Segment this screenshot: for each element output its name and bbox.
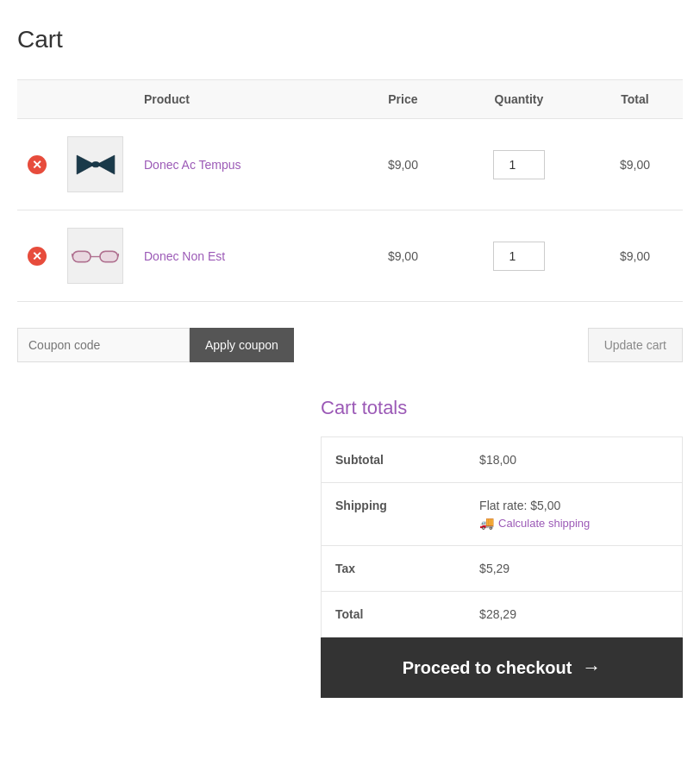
col-total-header: Total	[587, 80, 683, 119]
checkout-button[interactable]: Proceed to checkout →	[321, 637, 683, 698]
subtotal-row: Subtotal $18,00	[322, 437, 683, 483]
cart-table-header: Product Price Quantity Total	[17, 80, 683, 119]
col-price-header: Price	[355, 80, 451, 119]
product-total-cell: $9,00	[587, 210, 683, 302]
col-thumb-header	[57, 80, 134, 119]
product-total-cell: $9,00	[587, 119, 683, 210]
table-row: ✕ Donec Ac Tempus$9,00$9,00	[17, 119, 683, 210]
tax-label: Tax	[322, 546, 466, 592]
product-name-link[interactable]: Donec Ac Tempus	[144, 158, 241, 172]
checkout-label: Proceed to checkout	[403, 658, 572, 678]
truck-icon: 🚚	[479, 516, 494, 530]
cart-totals-section: Cart totals Subtotal $18,00 Shipping Fla…	[17, 397, 683, 698]
product-price-cell: $9,00	[355, 119, 451, 210]
coupon-row: Apply coupon Update cart	[17, 328, 683, 362]
bowtie-svg	[74, 152, 117, 178]
product-quantity-cell	[451, 119, 587, 210]
col-quantity-header: Quantity	[451, 80, 587, 119]
tax-row: Tax $5,29	[322, 546, 683, 592]
quantity-input[interactable]	[493, 242, 545, 271]
calculate-shipping-link[interactable]: 🚚 Calculate shipping	[479, 516, 668, 530]
product-name-cell: Donec Non Est	[134, 210, 355, 302]
product-price-cell: $9,00	[355, 210, 451, 302]
page-title: Cart	[17, 26, 683, 53]
shipping-cell: Flat rate: $5,00 🚚 Calculate shipping	[466, 483, 682, 546]
remove-item-button[interactable]: ✕	[28, 247, 47, 266]
table-row: ✕ Donec Non Est$9,00$9,00	[17, 210, 683, 302]
totals-table: Subtotal $18,00 Shipping Flat rate: $5,0…	[321, 436, 683, 637]
update-cart-button[interactable]: Update cart	[588, 328, 683, 362]
col-remove-header	[17, 80, 57, 119]
svg-rect-8	[74, 253, 90, 261]
coupon-input[interactable]	[17, 328, 190, 362]
svg-rect-9	[101, 253, 116, 261]
calculate-shipping-label: Calculate shipping	[498, 517, 590, 530]
remove-item-button[interactable]: ✕	[28, 155, 47, 174]
shipping-row: Shipping Flat rate: $5,00 🚚 Calculate sh…	[322, 483, 683, 546]
product-thumbnail	[67, 228, 123, 284]
product-thumb-cell	[57, 210, 134, 302]
product-name-cell: Donec Ac Tempus	[134, 119, 355, 210]
checkout-arrow-icon: →	[582, 656, 601, 679]
svg-point-2	[91, 161, 99, 166]
quantity-input[interactable]	[493, 150, 545, 179]
subtotal-label: Subtotal	[322, 437, 466, 483]
cart-totals-wrapper: Cart totals Subtotal $18,00 Shipping Fla…	[321, 397, 683, 637]
remove-cell: ✕	[17, 210, 57, 302]
apply-coupon-button[interactable]: Apply coupon	[190, 328, 294, 362]
tax-value: $5,29	[466, 546, 682, 592]
total-row: Total $28,29	[322, 592, 683, 637]
subtotal-value: $18,00	[466, 437, 682, 483]
product-name-link[interactable]: Donec Non Est	[144, 249, 225, 263]
cart-table: Product Price Quantity Total ✕ Donec Ac …	[17, 79, 683, 302]
remove-icon: ✕	[28, 155, 47, 174]
total-label: Total	[322, 592, 466, 637]
col-product-header: Product	[134, 80, 355, 119]
cart-totals-title: Cart totals	[321, 397, 683, 419]
coupon-left: Apply coupon	[17, 328, 294, 362]
product-thumbnail	[67, 136, 123, 192]
shipping-label: Shipping	[322, 483, 466, 546]
shipping-rate: Flat rate: $5,00	[479, 499, 668, 512]
product-quantity-cell	[451, 210, 587, 302]
remove-cell: ✕	[17, 119, 57, 210]
remove-icon: ✕	[28, 247, 47, 266]
glasses-svg	[72, 245, 119, 267]
product-thumb-cell	[57, 119, 134, 210]
total-value: $28,29	[466, 592, 682, 637]
